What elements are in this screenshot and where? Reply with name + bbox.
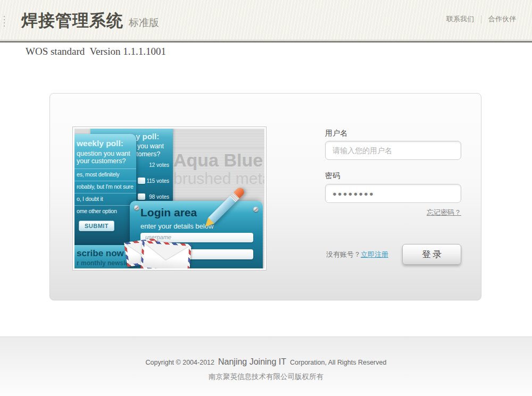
graphic-username-field: username	[140, 233, 253, 242]
brand-text-block: Aqua Blue brushed metal	[173, 151, 264, 187]
partners-link[interactable]: 合作伙伴	[488, 14, 516, 24]
poll-option: es, most definitely	[74, 168, 136, 181]
edge-texture-mark	[4, 16, 5, 27]
poll-option: o, I doubt it	[74, 193, 136, 205]
app-title-block: 焊接管理系统标准版	[21, 10, 159, 32]
login-button[interactable]: 登录	[402, 244, 461, 265]
link-divider	[481, 15, 481, 23]
back-poll-line1: you want	[137, 142, 164, 150]
brand-title: Aqua Blue	[173, 151, 264, 170]
company-name-cn: 南京聚英信息技术有限公司版权所有	[0, 372, 532, 382]
back-poll-line2: tomers?	[136, 150, 160, 158]
register-link[interactable]: 立即注册	[361, 250, 388, 259]
back-poll-heading: y poll:	[136, 132, 159, 141]
no-account-text: 没有账号？	[326, 250, 361, 259]
username-label: 用户名	[325, 129, 347, 138]
screw-icon	[253, 207, 259, 212]
weekly-poll-line2: your customers?	[77, 157, 126, 165]
login-card: Aqua Blue brushed metal y poll: you want…	[49, 93, 481, 300]
username-input[interactable]	[325, 141, 461, 160]
login-area-heading: Login area	[140, 206, 197, 219]
copyright-prefix: Copyright © 2004-2012	[146, 359, 214, 366]
version-text: WOS standard Version 1.1.1.1001	[26, 46, 166, 57]
preview-image-frame: Aqua Blue brushed metal y poll: you want…	[72, 127, 267, 271]
app-subtitle: 标准版	[129, 17, 159, 28]
password-label: 密码	[325, 171, 340, 181]
poll-option: robably, but I'm not sure	[74, 181, 136, 193]
weekly-poll-line1: question you want	[77, 150, 130, 157]
screw-icon	[134, 205, 139, 210]
copyright-line: Copyright © 2004-2012 Nanjing Joining IT…	[0, 357, 532, 367]
weekly-poll-panel: weekly poll: question you want your cust…	[74, 134, 136, 245]
poll-options: es, most definitely robably, but I'm not…	[74, 168, 136, 217]
graphic-username-placeholder: username	[140, 233, 253, 242]
contact-us-link[interactable]: 联系我们	[446, 14, 474, 24]
header-links: 联系我们 合作伙伴	[446, 14, 516, 24]
vote-count: 12 votes	[135, 162, 169, 168]
forgot-password-link[interactable]: 忘记密码？	[427, 208, 461, 216]
brand-subtitle: brushed metal	[173, 170, 264, 187]
login-page: 焊接管理系统标准版 联系我们 合作伙伴 WOS standard Version…	[0, 0, 532, 396]
envelope-icon	[140, 241, 192, 268]
footer: Copyright © 2004-2012 Nanjing Joining IT…	[0, 336, 532, 396]
subscribe-line1: scribe now	[77, 248, 124, 259]
poll-option: ome other option	[74, 205, 136, 217]
forgot-password-wrap: 忘记密码？	[325, 207, 461, 217]
vote-count: 115 votes	[135, 178, 169, 184]
account-row: 没有账号？ 立即注册 登录	[326, 244, 461, 265]
header: 焊接管理系统标准版 联系我们 合作伙伴	[0, 0, 532, 40]
weekly-poll-heading: weekly poll:	[77, 139, 123, 148]
company-name-en: Nanjing Joining IT	[218, 357, 286, 367]
copyright-suffix: Corporation, All Rights Reserved	[290, 359, 386, 366]
vote-count: 98 votes	[135, 194, 169, 200]
header-rule	[0, 41, 532, 43]
app-title: 焊接管理系统	[21, 11, 123, 30]
preview-image: Aqua Blue brushed metal y poll: you want…	[74, 129, 264, 268]
envelope-flap	[144, 243, 189, 262]
submit-button-graphic: SUBMIT	[79, 221, 114, 231]
password-input[interactable]	[325, 184, 461, 203]
